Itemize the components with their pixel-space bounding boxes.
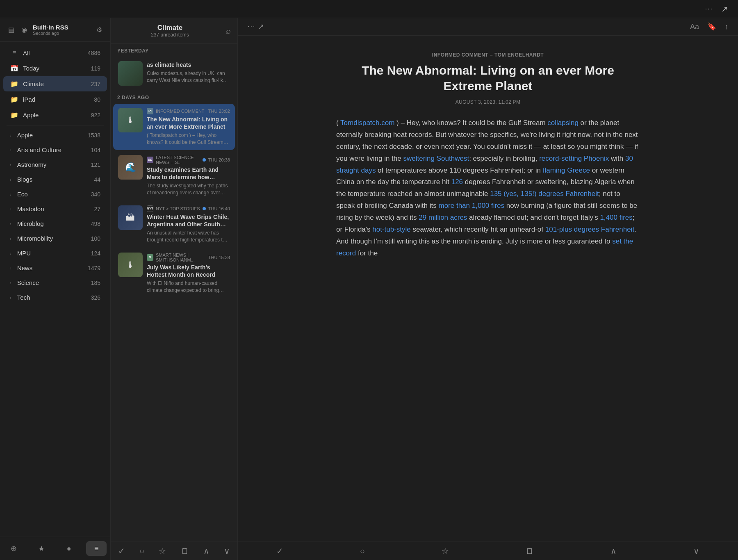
article-title: Study examines Earth and Mars to determi… [147, 166, 230, 181]
sidebar-label-science: Science [17, 279, 87, 286]
sidebar-item-apple[interactable]: › Apple 1538 [3, 128, 107, 142]
content-link-1400fires[interactable]: 1,400 fires [600, 214, 632, 221]
sidebar-label-ipad: iPad [23, 96, 90, 103]
sidebar-star-button[interactable]: ★ [31, 541, 52, 556]
reader-cursor-icon[interactable]: ↗ [258, 22, 264, 31]
notes-button[interactable]: 🗒 [181, 546, 189, 556]
reader-star-button[interactable]: ☆ [442, 546, 449, 556]
sidebar-item-today[interactable]: 📅 Today 119 [3, 61, 107, 76]
sidebar-label-blogs: Blogs [17, 176, 90, 183]
article-source-row: SD LATEST SCIENCE NEWS -- S... THU 20:38 [147, 155, 230, 165]
content-text-1: ) – Hey, who knows? It could be the Gulf… [394, 119, 547, 127]
sidebar-main-title: Built-in RSS [33, 24, 91, 31]
sidebar-item-blogs[interactable]: › Blogs 44 [3, 172, 107, 187]
chevron-icon-micro: › [10, 221, 11, 226]
sidebar-count-ipad: 80 [94, 96, 100, 103]
reader-circle-button[interactable]: ○ [360, 546, 365, 556]
reader-notes-button[interactable]: 🗒 [526, 546, 534, 556]
sidebar-item-mastodon[interactable]: › Mastodon 27 [3, 202, 107, 216]
check-button[interactable]: ✓ [118, 546, 125, 556]
content-link-southwest[interactable]: sweltering Southwest [403, 155, 469, 162]
sidebar-item-apple-folder[interactable]: 📁 Apple 922 [3, 107, 107, 123]
content-link-135[interactable]: 135 (yes, 135!) degrees Fahrenheit [490, 190, 599, 198]
reader-up-button[interactable]: ∧ [610, 546, 617, 556]
content-link-fires[interactable]: more than 1,000 fires [438, 202, 504, 209]
sidebar-label-arts: Arts and Culture [17, 146, 87, 153]
sidebar-item-science[interactable]: › Science 185 [3, 275, 107, 290]
sidebar-bottom-bar: ⊕ ★ ● ≡ [0, 537, 110, 560]
article-title: as climate heats [147, 61, 230, 68]
circle-button[interactable]: ○ [139, 546, 144, 556]
sidebar-label-apple: Apple [17, 132, 84, 139]
reader-check-button[interactable]: ✓ [276, 546, 283, 556]
content-link-hottub[interactable]: hot-tub-style [372, 225, 411, 233]
chevron-icon-blogs: › [10, 177, 11, 182]
reader-share-icon[interactable]: ↑ [724, 23, 728, 31]
sidebar-dot-button[interactable]: ● [59, 541, 79, 556]
list-item[interactable]: 🌡 S SMART NEWS | SMITHSONIANM... THU 15:… [113, 248, 235, 298]
rss-icon: ◉ [20, 26, 29, 34]
date-separator-2days: 2 DAYS AGO [111, 91, 237, 103]
reader-font-icon[interactable]: Aa [690, 23, 699, 31]
sidebar-item-micromobility[interactable]: › Micromobility 100 [3, 231, 107, 246]
sidebar-count-tech: 326 [91, 294, 100, 301]
chevron-icon-masto: › [10, 207, 11, 212]
article-list-header-title: Climate 237 unread items [117, 24, 223, 38]
sidebar-item-eco[interactable]: › Eco 340 [3, 187, 107, 201]
sidebar-item-news[interactable]: › News 1479 [3, 261, 107, 275]
content-link-126[interactable]: 126 [451, 178, 463, 186]
sidebar-count-news: 1479 [88, 265, 100, 271]
sidebar-item-all[interactable]: ≡ All 4886 [3, 46, 107, 60]
content-link-101[interactable]: 101-plus degrees Fahrenheit [545, 225, 634, 233]
reader-ellipsis-icon[interactable]: ··· [248, 23, 255, 30]
content-link-greece[interactable]: flaming Greece [543, 166, 590, 174]
chevron-icon-news: › [10, 266, 11, 271]
sidebar-item-microblog[interactable]: › Microblog 498 [3, 216, 107, 231]
sidebar-menu-button[interactable]: ≡ [86, 541, 107, 556]
cursor-icon[interactable]: ↗ [721, 4, 728, 14]
reader-title: The New Abnormal: Living on an ever More… [336, 63, 640, 93]
source-icon: IC [147, 108, 153, 114]
list-item[interactable]: 🏔 NYT NYT > TOP STORIES THU 16:40 Winter… [113, 201, 235, 248]
sidebar-nav: ≡ All 4886 📅 Today 119 📁 Climate 237 📁 i… [0, 42, 110, 537]
list-item[interactable]: 🌊 SD LATEST SCIENCE NEWS -- S... THU 20:… [113, 151, 235, 200]
sidebar-item-mpu[interactable]: › MPU 124 [3, 246, 107, 260]
content-text-10: already flamed out; and don't forget Ita… [467, 214, 600, 221]
article-content: IC INFORMED COMMENT THU 23:02 The New Ab… [147, 108, 230, 146]
sidebar-label-today: Today [23, 65, 87, 72]
article-title: The New Abnormal: Living on an ever More… [147, 116, 230, 130]
sidebar-toggle-icon[interactable]: ▤ [7, 26, 16, 34]
content-link-tomdispatch[interactable]: Tomdispatch.com [340, 119, 394, 127]
list-item[interactable]: as climate heats Culex modestus, already… [113, 57, 235, 90]
sidebar-item-ipad[interactable]: 📁 iPad 80 [3, 92, 107, 107]
content-link-29million[interactable]: 29 million acres [419, 214, 467, 221]
sidebar-label-all: All [23, 50, 84, 57]
content-link-collapsing[interactable]: collapsing [547, 119, 579, 127]
reader-bookmark-icon[interactable]: 🔖 [707, 22, 716, 31]
down-button[interactable]: ∨ [224, 546, 230, 556]
search-icon[interactable]: ⌕ [226, 26, 231, 36]
chevron-icon: › [10, 133, 11, 138]
up-button[interactable]: ∧ [203, 546, 210, 556]
sidebar-item-arts[interactable]: › Arts and Culture 104 [3, 143, 107, 157]
star-button[interactable]: ☆ [159, 546, 166, 556]
article-excerpt: ( Tomdispatch.com ) – Hey, who knows? It… [147, 132, 230, 146]
content-text-12: seawater, which recently hit an unheard-… [411, 225, 545, 233]
sidebar-count-blogs: 44 [94, 176, 100, 183]
sidebar-item-climate[interactable]: 📁 Climate 237 [3, 76, 107, 91]
reader-down-button[interactable]: ∨ [693, 546, 699, 556]
content-link-phoenix[interactable]: record-setting Phoenix [539, 155, 609, 162]
climate-icon: 📁 [10, 80, 19, 88]
sidebar-item-astronomy[interactable]: › Astronomy 121 [3, 157, 107, 172]
sidebar-label-micromobility: Micromobility [17, 235, 87, 242]
sidebar-item-tech[interactable]: › Tech 326 [3, 290, 107, 305]
reader-source: INFORMED COMMENT – TOM ENGELHARDT [336, 52, 640, 58]
ellipsis-icon[interactable]: ··· [705, 5, 713, 13]
settings-icon[interactable]: ⚙ [95, 26, 104, 34]
sidebar-label-apple-folder: Apple [23, 112, 87, 118]
article-excerpt: The study investigated why the paths of … [147, 182, 230, 196]
list-item[interactable]: 🌡 IC INFORMED COMMENT THU 23:02 The New … [113, 104, 235, 150]
sidebar-count-apple-folder: 922 [91, 112, 100, 118]
sidebar-count-astronomy: 121 [91, 162, 100, 168]
sidebar-add-button[interactable]: ⊕ [4, 541, 24, 556]
